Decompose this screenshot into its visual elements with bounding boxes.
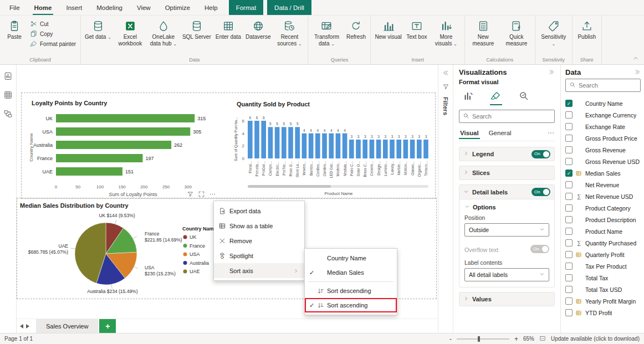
field-exchange-currency[interactable]: Exchange Currency: [565, 109, 641, 121]
tab-file[interactable]: File: [2, 0, 27, 15]
ribbon-button-paste[interactable]: Paste: [2, 17, 27, 57]
tab-home[interactable]: Home: [27, 0, 59, 15]
ribbon-button-dataverse[interactable]: Dataverse: [244, 17, 273, 57]
field-gross-product-price[interactable]: Gross Product Price: [565, 132, 641, 144]
ribbon-button-sql-server[interactable]: SQL Server: [181, 17, 213, 57]
zoom-out-button[interactable]: -: [449, 335, 452, 343]
visualizations-search-input[interactable]: [472, 113, 551, 120]
field-country-name[interactable]: ✓Country Name: [565, 97, 641, 109]
zoom-slider[interactable]: [457, 338, 509, 340]
field-checkbox[interactable]: [565, 239, 573, 247]
collapse-data-button[interactable]: [634, 69, 641, 76]
field-checkbox[interactable]: [565, 216, 573, 223]
field-exchange-rate[interactable]: Exchange Rate: [565, 121, 641, 132]
field-quarterly-profit[interactable]: Quarterly Profit: [565, 249, 641, 260]
ribbon-button-transform-data[interactable]: Transform data ⌄: [310, 17, 343, 57]
field-quantity-purchased[interactable]: ∑Quantity Purchased: [565, 237, 641, 249]
field-checkbox[interactable]: [565, 135, 573, 142]
submenu-item-sort-descending[interactable]: Sort descending: [305, 284, 397, 298]
field-checkbox[interactable]: [565, 286, 573, 293]
ribbon-button-sensitivity[interactable]: Sensitivity ⌄: [538, 17, 570, 57]
position-dropdown[interactable]: Outside: [464, 223, 549, 237]
field-checkbox[interactable]: [565, 158, 573, 165]
ribbon-button-format-painter[interactable]: Format painter: [28, 39, 78, 48]
field-checkbox[interactable]: [565, 274, 573, 281]
fit-to-page-icon-button[interactable]: [539, 335, 546, 343]
report-view-button[interactable]: [2, 69, 15, 83]
data-search-input[interactable]: [579, 82, 637, 89]
ribbon-button-get-data[interactable]: Get data ⌄: [83, 17, 113, 57]
ribbon-button-enter-data[interactable]: Enter data: [214, 17, 243, 57]
update-available-link[interactable]: Update available (click to download): [551, 336, 640, 342]
previous-page-icon[interactable]: [20, 324, 23, 328]
field-total-tax[interactable]: Total Tax: [565, 272, 641, 284]
submenu-item-sort-ascending[interactable]: ✓Sort ascending: [305, 298, 397, 312]
zoom-in-button[interactable]: +: [514, 335, 518, 343]
field-checkbox[interactable]: [565, 111, 573, 119]
ribbon-button-recent-sources[interactable]: Recent sources ⌄: [273, 17, 305, 57]
field-checkbox[interactable]: [565, 251, 573, 258]
section-slices[interactable]: Slices: [459, 166, 555, 180]
data-searchbox[interactable]: [565, 79, 641, 92]
submenu-item-median-sales[interactable]: ✓Median Sales: [305, 265, 397, 280]
analytics-icon-button[interactable]: [517, 89, 531, 103]
field-checkbox[interactable]: [565, 297, 573, 305]
tab-data-drill[interactable]: Data / Drill: [267, 0, 311, 15]
tab-help[interactable]: Help: [197, 0, 225, 15]
section-values[interactable]: Values: [459, 292, 555, 306]
quantity-sold-column-chart[interactable]: 02466Floral...6Porcela...6ProGar...5Camp…: [233, 109, 434, 199]
new-page-button[interactable]: +: [99, 319, 116, 333]
visual-container-charts[interactable]: Loyalty Points by Country UK315USA305Aus…: [21, 93, 436, 199]
ribbon-button-refresh[interactable]: Refresh: [344, 17, 368, 57]
field-product-description[interactable]: Product Description: [565, 214, 641, 225]
ribbon-button-copy[interactable]: Copy: [28, 29, 78, 38]
zoom-slider-handle[interactable]: [478, 336, 480, 342]
field-gross-revenue-usd[interactable]: Gross Revenue USD: [565, 156, 641, 167]
field-checkbox[interactable]: ✓: [565, 170, 573, 177]
tab-optimize[interactable]: Optimize: [158, 0, 197, 15]
field-checkbox[interactable]: [565, 181, 573, 188]
build-visual-icon-button[interactable]: [461, 89, 476, 103]
field-product-category[interactable]: Product Category: [565, 202, 641, 214]
field-gross-revenue[interactable]: Gross Revenue: [565, 144, 641, 156]
tab-format[interactable]: Format: [229, 0, 263, 15]
field-tax-per-product[interactable]: Tax Per Product: [565, 260, 641, 272]
menu-item-remove[interactable]: Remove: [214, 233, 304, 248]
section-detail-labels[interactable]: Detail labels On: [459, 185, 554, 199]
field-yearly-profit-margin[interactable]: Yearly Profit Margin: [565, 295, 641, 307]
ribbon-button-more-visuals[interactable]: More visuals ⌄: [430, 17, 462, 57]
tab-general[interactable]: General: [488, 129, 513, 138]
model-view-button[interactable]: [2, 107, 15, 120]
tab-visual[interactable]: Visual: [459, 129, 480, 138]
ribbon-button-publish[interactable]: Publish: [575, 17, 599, 57]
collapse-ribbon-button[interactable]: [631, 55, 641, 63]
ribbon-button-quick-measure[interactable]: Quick measure: [500, 17, 533, 57]
field-product-name[interactable]: Product Name: [565, 225, 641, 237]
field-net-revenue[interactable]: Net Revenue: [565, 179, 641, 191]
overflow-text-toggle[interactable]: On: [530, 245, 549, 253]
submenu-item-country-name[interactable]: Country Name: [305, 251, 397, 265]
field-checkbox[interactable]: [565, 123, 573, 130]
field-checkbox[interactable]: [565, 263, 573, 270]
field-net-revenue-usd[interactable]: ∑Net Revenue USD: [565, 191, 641, 202]
field-checkbox[interactable]: [565, 228, 573, 235]
legend-toggle[interactable]: On: [531, 150, 550, 158]
next-page-icon[interactable]: [26, 324, 29, 328]
page-tab-sales-overview[interactable]: Sales Overview: [36, 319, 98, 333]
collapse-visualizations-button[interactable]: [548, 69, 555, 76]
format-more-options-icon[interactable]: [547, 129, 555, 138]
expand-filters-button[interactable]: [442, 69, 449, 78]
table-view-button[interactable]: [2, 88, 15, 101]
tab-insert[interactable]: Insert: [59, 0, 89, 15]
field-checkbox[interactable]: [565, 309, 573, 316]
tab-view[interactable]: View: [130, 0, 158, 15]
filters-pane-label[interactable]: Filters: [442, 97, 449, 115]
menu-item-export-data[interactable]: Export data: [214, 203, 304, 218]
ribbon-button-text-box[interactable]: Text box: [405, 17, 429, 57]
ribbon-button-new-measure[interactable]: New measure: [467, 17, 499, 57]
field-median-sales[interactable]: ✓Median Sales: [565, 167, 641, 179]
ribbon-button-new-visual[interactable]: New visual: [373, 17, 403, 57]
field-total-tax-usd[interactable]: Total Tax USD: [565, 284, 641, 295]
section-legend[interactable]: Legend On: [459, 147, 555, 161]
field-checkbox[interactable]: [565, 204, 573, 212]
